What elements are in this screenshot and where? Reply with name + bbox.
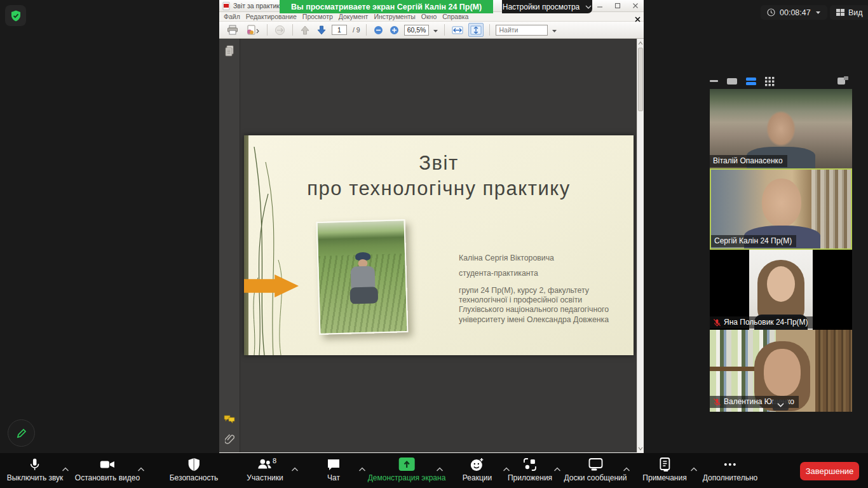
scroll-up-icon[interactable] [637, 39, 644, 46]
menu-file[interactable]: Файл [224, 13, 240, 20]
chat-button[interactable]: Чат [326, 457, 341, 482]
participants-options-chevron[interactable] [292, 463, 299, 474]
strip-view-icon[interactable] [746, 78, 756, 85]
show-more-participants-button[interactable] [773, 400, 789, 410]
fit-width-icon[interactable] [451, 23, 465, 37]
mute-button[interactable]: Выключить звук [7, 457, 64, 482]
menu-tools[interactable]: Инструменты [374, 13, 415, 20]
clock-icon [767, 8, 775, 17]
pdf-sidebar [219, 39, 240, 452]
apps-options-chevron[interactable] [554, 463, 561, 474]
save-export-icon[interactable] [243, 23, 261, 37]
chat-bubble-icon [326, 457, 341, 472]
pages-panel-icon[interactable] [224, 45, 234, 59]
video-options-chevron[interactable] [138, 463, 145, 474]
layout-grid-icon [836, 9, 844, 16]
view-button[interactable]: Вид [830, 5, 868, 20]
meeting-timer[interactable]: 00:08:47 [761, 5, 827, 20]
page-number-input[interactable] [332, 25, 347, 35]
meeting-toolbar: Выключить звук Остановить видео Безопасн… [0, 453, 868, 488]
close-document-icon[interactable] [635, 13, 641, 25]
reactions-smiley-icon [470, 457, 485, 472]
pdf-file-icon [222, 2, 230, 10]
scroll-down-icon[interactable] [637, 445, 644, 452]
annotate-button[interactable] [8, 419, 35, 447]
whiteboard-icon [587, 457, 604, 472]
security-button[interactable]: Безопасность [170, 457, 219, 482]
more-button[interactable]: Дополнительно [703, 457, 757, 482]
timer-value: 00:08:47 [780, 8, 811, 17]
vertical-scrollbar[interactable] [637, 39, 644, 452]
mute-options-chevron[interactable] [62, 463, 69, 474]
slide-photo [316, 219, 409, 335]
ellipsis-icon [722, 457, 738, 472]
microphone-icon [28, 457, 42, 472]
participant-tile-active-speaker[interactable]: Сергій Калін 24 Пр(М) [710, 168, 852, 250]
zoom-level-value[interactable]: 60,5% [404, 25, 430, 36]
chat-options-chevron[interactable] [359, 463, 366, 474]
zoom-meeting-window: Звіт за практику. Файл Редактирование Пр… [0, 0, 868, 488]
pencil-icon [15, 427, 28, 440]
fit-page-icon[interactable] [468, 23, 484, 37]
scrollbar-thumb[interactable] [638, 48, 643, 111]
menu-view[interactable]: Просмотр [302, 13, 333, 20]
minimize-panel-icon[interactable] [710, 80, 718, 83]
close-window-icon[interactable] [630, 1, 641, 10]
notes-icon [658, 457, 671, 472]
chevron-down-icon [777, 403, 784, 407]
minimize-window-icon[interactable] [594, 1, 606, 10]
view-button-label: Вид [848, 8, 863, 17]
attachments-panel-icon[interactable] [225, 434, 234, 447]
participant-name: Сергій Калін 24 Пр(М) [711, 235, 796, 247]
zoom-out-icon[interactable] [372, 23, 384, 37]
pdf-document-area[interactable]: Звіт про технологічну практику Каліна Се… [240, 39, 637, 452]
menu-document[interactable]: Документ [339, 13, 369, 20]
participant-tile[interactable]: Яна Польовик 24-Пр(М) [710, 250, 852, 330]
gallery-view-icon[interactable] [765, 77, 775, 86]
apps-button[interactable]: Приложения [508, 457, 552, 482]
screen-share-banner: Вы просматриваете экран Сергій Калін 24 … [280, 0, 493, 13]
hand-tool-icon[interactable] [273, 23, 287, 37]
speaker-view-icon[interactable] [727, 78, 737, 85]
screen-share-button[interactable]: Демонстрация экрана [368, 457, 446, 482]
view-settings-label: Настройки просмотра [503, 3, 580, 11]
slide-title: Звіт про технологічну практику [244, 151, 634, 202]
author-details: групи 24 Пр(М), курсу 2, факультету техн… [459, 286, 619, 325]
notes-options-chevron[interactable] [691, 463, 698, 474]
participant-tile[interactable]: Віталій Опанасенко [710, 89, 852, 168]
pop-out-panel-icon[interactable] [837, 76, 848, 87]
security-shield-icon [187, 457, 200, 472]
slide-page: Звіт про технологічну практику Каліна Се… [244, 135, 634, 355]
page-total-label: / 9 [353, 26, 360, 34]
notes-button[interactable]: Примечания [642, 457, 686, 482]
print-icon[interactable] [226, 23, 240, 37]
search-dropdown-icon[interactable] [552, 24, 557, 36]
window-title: Звіт за практику. [233, 2, 284, 10]
zoom-in-icon[interactable] [388, 23, 400, 37]
screen-share-icon [398, 457, 416, 472]
view-settings-button[interactable]: Настройки просмотра [502, 0, 592, 13]
menu-help[interactable]: Справка [442, 13, 468, 20]
zoom-level-dropdown-icon[interactable] [433, 24, 438, 36]
apps-icon [522, 457, 538, 472]
next-page-icon[interactable] [315, 23, 328, 37]
meeting-info-button[interactable] [5, 5, 26, 26]
caret-down-icon [815, 11, 821, 15]
menu-edit[interactable]: Редактирование [246, 13, 297, 20]
stop-video-button[interactable]: Остановить видео [75, 457, 140, 482]
comments-panel-icon[interactable] [224, 415, 235, 426]
whiteboards-button[interactable]: Доски сообщений [564, 457, 627, 482]
participants-button[interactable]: 8 Участники [247, 457, 283, 482]
video-panel-header [710, 75, 852, 88]
search-input[interactable] [496, 25, 548, 36]
reactions-button[interactable]: Реакции [463, 457, 492, 482]
end-meeting-button[interactable]: Завершение [800, 462, 859, 480]
maximize-window-icon[interactable] [612, 1, 623, 10]
menu-window[interactable]: Окно [421, 13, 437, 20]
chevron-down-icon [585, 5, 592, 9]
previous-page-icon[interactable] [299, 23, 311, 37]
pdf-menubar: Файл Редактирование Просмотр Документ Ин… [219, 12, 644, 22]
whiteboards-options-chevron[interactable] [623, 463, 630, 474]
screen-share-options-chevron[interactable] [437, 463, 444, 474]
participant-name: Віталій Опанасенко [710, 155, 787, 167]
